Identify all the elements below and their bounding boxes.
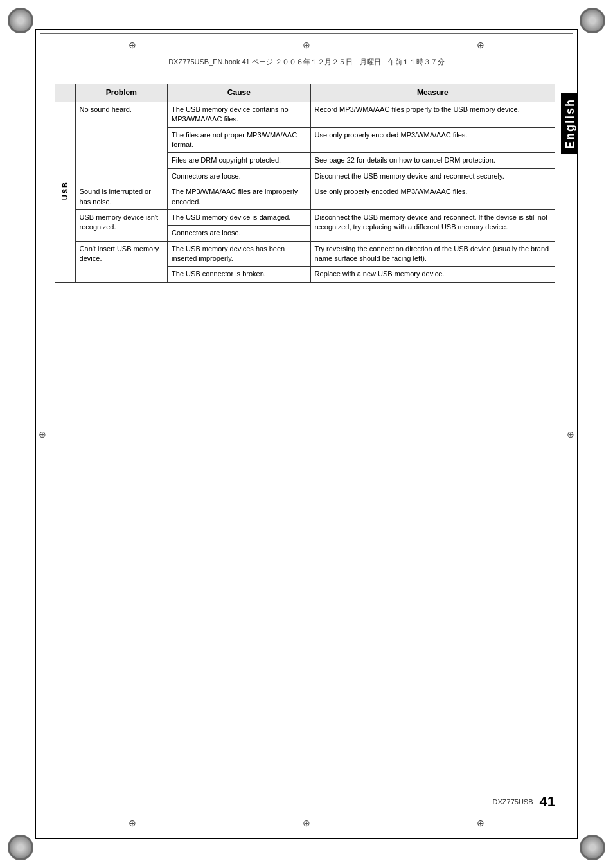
problem-cell-sound-interrupted: Sound is interrupted or has noise. bbox=[75, 184, 168, 210]
cause-col-header: Cause bbox=[168, 84, 310, 102]
measure-col-header: Measure bbox=[310, 84, 555, 102]
usb-col-header bbox=[55, 84, 76, 102]
table-header-row: Problem Cause Measure bbox=[55, 84, 555, 102]
frame-border-left bbox=[35, 29, 36, 839]
cause-cell: Files are DRM copyright protected. bbox=[168, 153, 310, 168]
cause-cell: The USB memory devices has been inserted… bbox=[168, 241, 310, 267]
main-content-area: Problem Cause Measure USB No sound heard… bbox=[55, 84, 555, 283]
crosshair-top-q2: ⊕ bbox=[477, 40, 484, 50]
table-row: Sound is interrupted or has noise. The M… bbox=[55, 184, 555, 210]
footer-page-number: 41 bbox=[540, 793, 555, 810]
problem-cell-cant-insert: Can't insert USB memory device. bbox=[75, 241, 168, 282]
corner-decoration-tr bbox=[580, 8, 605, 33]
cause-cell: The USB memory device is damaged. bbox=[168, 209, 310, 225]
measure-cell: Try reversing the connection direction o… bbox=[310, 241, 555, 267]
file-info-text: DXZ775USB_EN.book 41 ページ ２００６年１２月２５日 月曜日… bbox=[168, 58, 445, 66]
footer-model: DXZ775USB bbox=[493, 798, 533, 806]
table-row: USB memory device isn't recognized. The … bbox=[55, 209, 555, 225]
cause-cell: The USB connector is broken. bbox=[168, 267, 310, 282]
crosshair-bottom-q1: ⊕ bbox=[129, 818, 136, 828]
corner-decoration-bl bbox=[8, 835, 33, 860]
cause-cell: The files are not proper MP3/WMA/AAC for… bbox=[168, 127, 310, 153]
corner-decoration-br bbox=[580, 835, 605, 860]
crosshair-right-mid: ⊕ bbox=[567, 429, 574, 439]
problem-cell-no-sound: No sound heard. bbox=[75, 102, 168, 184]
footer: DXZ775USB 41 bbox=[55, 793, 555, 810]
cause-cell: Connectors are loose. bbox=[168, 168, 310, 184]
measure-cell: Disconnect the USB memory device and rec… bbox=[310, 168, 555, 184]
corner-decoration-tl bbox=[8, 8, 33, 33]
crosshair-top-q1: ⊕ bbox=[129, 40, 136, 50]
usb-label: USB bbox=[60, 181, 70, 200]
table-row: USB No sound heard. The USB memory devic… bbox=[55, 102, 555, 127]
measure-cell: Use only properly encoded MP3/WMA/AAC fi… bbox=[310, 184, 555, 210]
measure-cell: Replace with a new USB memory device. bbox=[310, 267, 555, 282]
measure-cell: See page 22 for details on how to cancel… bbox=[310, 153, 555, 168]
crosshair-top-center: ⊕ bbox=[303, 40, 310, 50]
problem-cell-not-recognized: USB memory device isn't recognized. bbox=[75, 209, 168, 241]
measure-cell: Record MP3/WMA/AAC files properly to the… bbox=[310, 102, 555, 127]
crosshair-left-mid: ⊕ bbox=[39, 429, 46, 439]
cause-cell: The MP3/WMA/AAC files are improperly enc… bbox=[168, 184, 310, 210]
cause-cell: Connectors are loose. bbox=[168, 226, 310, 241]
inner-frame-bottom bbox=[40, 835, 573, 835]
measure-cell-not-recognized: Disconnect the USB memory device and rec… bbox=[310, 209, 555, 241]
frame-border-top bbox=[35, 29, 578, 30]
frame-border-bottom bbox=[35, 838, 578, 839]
measure-cell: Use only properly encoded MP3/WMA/AAC fi… bbox=[310, 127, 555, 153]
crosshair-bottom-q2: ⊕ bbox=[477, 818, 484, 828]
cause-cell: The USB memory device contains no MP3/WM… bbox=[168, 102, 310, 127]
problem-col-header: Problem bbox=[75, 84, 168, 102]
troubleshoot-table: Problem Cause Measure USB No sound heard… bbox=[55, 84, 555, 283]
crosshair-bottom-center: ⊕ bbox=[303, 818, 310, 828]
file-info-header: DXZ775USB_EN.book 41 ページ ２００６年１２月２５日 月曜日… bbox=[64, 55, 549, 69]
usb-side-cell: USB bbox=[55, 102, 76, 282]
table-row: Can't insert USB memory device. The USB … bbox=[55, 241, 555, 267]
inner-frame-top bbox=[40, 33, 573, 34]
english-sidebar-label: English bbox=[561, 93, 578, 154]
